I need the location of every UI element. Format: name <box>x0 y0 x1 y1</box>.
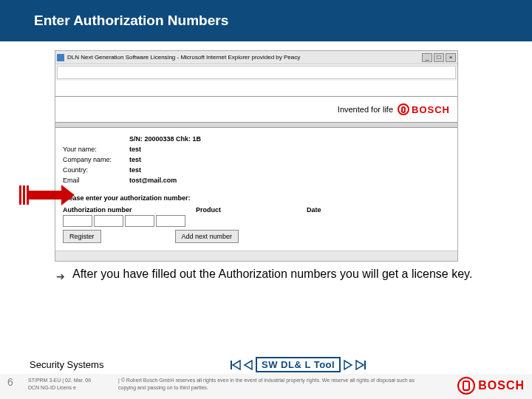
bullet-text: After you have filled out the Authorizat… <box>72 266 472 284</box>
register-button[interactable]: Register <box>63 230 101 243</box>
top-strip <box>55 81 457 97</box>
svg-marker-1 <box>233 361 240 369</box>
app-icon <box>57 54 64 61</box>
svg-marker-3 <box>344 361 352 369</box>
arrow-head-icon <box>61 185 75 205</box>
value-your-name: test <box>129 144 141 154</box>
browser-window: DLN Next Generation Software Licensing -… <box>55 50 458 262</box>
window-controls: _ □ × <box>422 53 456 62</box>
value-email: tost@mail.com <box>129 175 177 185</box>
slide-footer: Security Systems SW DL& L Tool 6 ST/PRM … <box>0 357 532 399</box>
serial-number: S/N: 20000338 Chk: 1B <box>129 134 201 144</box>
auth-segment-3[interactable] <box>125 215 154 227</box>
last-icon[interactable] <box>355 360 366 370</box>
page-number: 6 <box>7 377 28 386</box>
label-country: Country: <box>63 165 129 175</box>
auth-table: Authorization number Product Date Regist… <box>55 205 457 250</box>
label-company: Company name: <box>63 154 129 165</box>
auth-input-row <box>63 215 450 227</box>
add-next-button[interactable]: Add next number <box>175 230 239 243</box>
svg-marker-2 <box>245 361 252 369</box>
auth-segment-2[interactable] <box>94 215 123 227</box>
instruction-text: Please enter your authorization number: <box>55 188 457 205</box>
footer-meta-left: ST/PRM 3-EU | 02. Mar. 06 DCN NG-ID Lice… <box>28 377 109 392</box>
minimize-button[interactable]: _ <box>422 53 432 62</box>
bullet-point: ➔ After you have filled out the Authoriz… <box>56 266 492 284</box>
bosch-ring-icon <box>398 103 409 115</box>
col-header-date: Date <box>307 206 381 214</box>
col-header-product: Product <box>196 206 307 214</box>
info-area: S/N: 20000338 Chk: 1B Your name:test Com… <box>55 128 457 188</box>
window-title-bar: DLN Next Generation Software Licensing -… <box>55 51 457 64</box>
brand-row: Invented for life BOSCH <box>55 97 457 122</box>
svg-rect-5 <box>364 361 366 369</box>
prev-icon[interactable] <box>243 360 255 370</box>
next-icon[interactable] <box>341 360 353 370</box>
page-content: Invented for life BOSCH S/N: 20000338 Ch… <box>55 81 457 250</box>
divider <box>55 122 457 128</box>
footer-logo: BOSCH <box>436 377 525 395</box>
footer-left-text: Security Systems <box>30 359 229 370</box>
window-title: DLN Next Generation Software Licensing -… <box>67 54 300 61</box>
slide-title: Enter Authorization Numbers <box>34 13 228 29</box>
first-icon[interactable] <box>230 360 242 370</box>
value-country: test <box>129 165 141 175</box>
col-header-auth: Authorization number <box>63 206 196 214</box>
address-bar[interactable] <box>57 66 456 79</box>
bosch-ring-icon <box>457 377 475 395</box>
auth-segment-4[interactable] <box>156 215 185 227</box>
brand-name: BOSCH <box>412 104 450 115</box>
auth-segment-1[interactable] <box>63 215 92 227</box>
callout-arrow <box>19 185 75 205</box>
label-your-name: Your name: <box>63 144 129 154</box>
footer-brand-text: BOSCH <box>478 382 525 389</box>
label-email: Email <box>63 175 129 185</box>
slide-title-bar: Enter Authorization Numbers <box>0 0 532 41</box>
footer-copyright: | © Robert Bosch GmbH reserves all right… <box>118 377 429 392</box>
brand-slogan: Invented for life <box>338 105 393 114</box>
status-bar <box>55 250 457 261</box>
value-company: test <box>129 154 141 165</box>
close-button[interactable]: × <box>446 53 456 62</box>
bullet-arrow-icon: ➔ <box>56 266 65 284</box>
svg-marker-4 <box>356 361 364 369</box>
maximize-button[interactable]: □ <box>434 53 444 62</box>
footer-center-box: SW DL& L Tool <box>256 357 341 372</box>
